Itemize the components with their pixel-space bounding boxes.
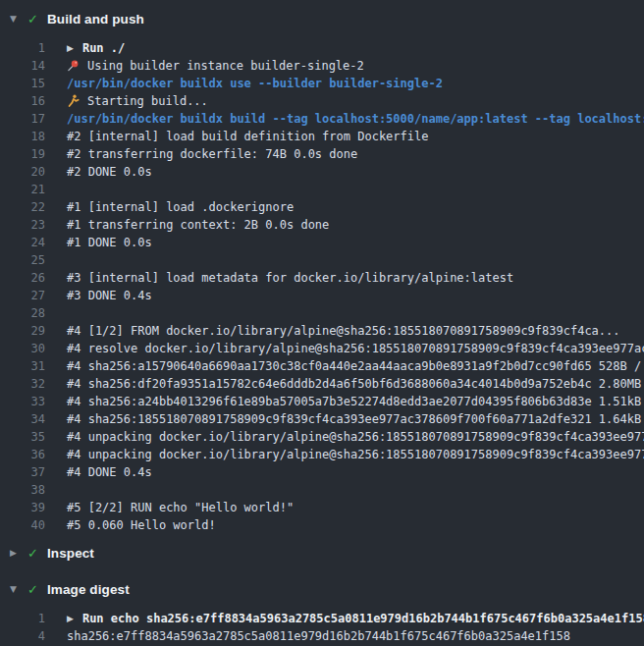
line-number[interactable]: 35 — [0, 428, 45, 446]
log-line: 1 ▶Run echo sha256:e7ff8834a5963a2785c5a… — [0, 610, 644, 627]
log-line: 19 #2 transferring dockerfile: 74B 0.0s … — [0, 145, 644, 163]
log-line: 32 #4 sha256:df20fa9351a15782c64e6dddb2d… — [0, 375, 644, 393]
line-number[interactable]: 28 — [0, 304, 45, 322]
log-line: 25 — [0, 251, 644, 269]
section-title: Image digest — [47, 582, 130, 597]
line-text: #4 unpacking docker.io/library/alpine@sh… — [67, 428, 644, 446]
line-number[interactable]: 31 — [0, 357, 45, 375]
log-line: 24 #1 DONE 0.0s — [0, 234, 644, 251]
line-number[interactable]: 16 — [0, 92, 45, 110]
line-message: Starting build... — [87, 94, 208, 108]
line-number[interactable]: 18 — [0, 128, 45, 145]
line-text: #3 DONE 0.4s — [67, 287, 152, 304]
log-line: 29 #4 [1/2] FROM docker.io/library/alpin… — [0, 322, 644, 340]
line-number[interactable]: 32 — [0, 375, 45, 393]
line-text: sha256:e7ff8834a5963a2785c5a0811e979d16b… — [67, 627, 570, 645]
log-line: 1 ▶Run ./ — [0, 39, 644, 57]
log-line: 14 Using builder instance builder-single… — [0, 57, 644, 75]
log-line: 15 /usr/bin/docker buildx use --builder … — [0, 75, 644, 92]
line-text: Starting build... — [67, 92, 208, 110]
log-line: 38 — [0, 481, 644, 499]
line-number[interactable]: 33 — [0, 393, 45, 410]
line-text: #1 [internal] load .dockerignore — [67, 198, 294, 216]
log-line: 33 #4 sha256:a24bb4013296f61e89ba57005a7… — [0, 393, 644, 410]
section-header[interactable]: ▶ ✓ Inspect — [0, 542, 644, 564]
line-text: #4 sha256:a24bb4013296f61e89ba57005a7b3e… — [67, 393, 644, 410]
line-number[interactable]: 23 — [0, 216, 45, 234]
line-text: #1 DONE 0.0s — [67, 234, 152, 251]
line-text: /usr/bin/docker buildx build --tag local… — [67, 110, 644, 128]
section-header[interactable]: ▼ ✓ Build and push — [0, 8, 644, 29]
line-text: ▶Run echo sha256:e7ff8834a5963a2785c5a08… — [67, 610, 644, 627]
line-text: #5 [2/2] RUN echo "Hello world!" — [67, 499, 294, 516]
log-lines: 1 ▶Run ./ 14 Using builder instance buil… — [0, 29, 644, 542]
line-text: #2 DONE 0.0s — [67, 163, 152, 181]
log-line: 36 #4 unpacking docker.io/library/alpine… — [0, 446, 644, 463]
pushpin-icon — [67, 59, 80, 72]
line-number[interactable]: 37 — [0, 463, 45, 481]
log-line: 27 #3 DONE 0.4s — [0, 287, 644, 304]
line-number[interactable]: 21 — [0, 181, 45, 198]
expand-run-icon[interactable]: ▶ — [67, 39, 74, 57]
log-line: 23 #1 transferring context: 2B 0.0s done — [0, 216, 644, 234]
line-text: #4 resolve docker.io/library/alpine@sha2… — [67, 340, 644, 357]
line-number[interactable]: 24 — [0, 234, 45, 251]
log-lines: 1 ▶Run echo sha256:e7ff8834a5963a2785c5a… — [0, 600, 644, 646]
line-number[interactable]: 29 — [0, 322, 45, 340]
line-number[interactable]: 36 — [0, 446, 45, 463]
line-number[interactable]: 26 — [0, 269, 45, 287]
log-line: 28 — [0, 304, 644, 322]
line-number[interactable]: 40 — [0, 516, 45, 534]
line-text: #4 sha256:185518070891758909c9f839cf4ca3… — [67, 410, 644, 428]
line-text: #2 [internal] load build definition from… — [67, 128, 428, 145]
line-number[interactable]: 15 — [0, 75, 45, 92]
log-line: 16 Starting build... — [0, 92, 644, 110]
section-header[interactable]: ▼ ✓ Image digest — [0, 578, 644, 600]
log-line: 17 /usr/bin/docker buildx build --tag lo… — [0, 110, 644, 128]
line-text: #2 transferring dockerfile: 74B 0.0s don… — [67, 145, 357, 163]
line-number[interactable]: 30 — [0, 340, 45, 357]
section-title: Inspect — [47, 546, 94, 561]
log-section-build-and-push: ▼ ✓ Build and push 1 ▶Run ./ 14 Using bu… — [0, 8, 644, 542]
line-text: #4 DONE 0.4s — [67, 463, 152, 481]
chevron-right-icon[interactable]: ▶ — [10, 548, 27, 558]
line-number[interactable]: 27 — [0, 287, 45, 304]
log-line: 37 #4 DONE 0.4s — [0, 463, 644, 481]
log-section-inspect: ▶ ✓ Inspect — [0, 542, 644, 564]
line-number[interactable]: 14 — [0, 57, 45, 75]
line-number[interactable]: 25 — [0, 251, 45, 269]
chevron-down-icon[interactable]: ▼ — [10, 14, 27, 24]
success-check-icon: ✓ — [27, 582, 47, 597]
log-line: 39 #5 [2/2] RUN echo "Hello world!" — [0, 499, 644, 516]
line-number[interactable]: 34 — [0, 410, 45, 428]
line-number[interactable]: 4 — [0, 627, 45, 645]
line-text: #4 sha256:a15790640a6690aa1730c38cf0a440… — [67, 357, 644, 375]
log-line: 26 #3 [internal] load metadata for docke… — [0, 269, 644, 287]
line-text: #4 [1/2] FROM docker.io/library/alpine@s… — [67, 322, 620, 340]
line-number[interactable]: 1 — [0, 39, 45, 57]
expand-run-icon[interactable]: ▶ — [67, 610, 74, 627]
log-line: 31 #4 sha256:a15790640a6690aa1730c38cf0a… — [0, 357, 644, 375]
run-command-text: Run echo sha256:e7ff8834a5963a2785c5a081… — [82, 612, 644, 625]
line-number[interactable]: 17 — [0, 110, 45, 128]
line-text: #4 sha256:df20fa9351a15782c64e6dddb2d4a6… — [67, 375, 644, 393]
chevron-down-icon[interactable]: ▼ — [10, 584, 27, 594]
line-text: ▶Run ./ — [67, 39, 125, 57]
line-number[interactable]: 19 — [0, 145, 45, 163]
line-text: #4 unpacking docker.io/library/alpine@sh… — [67, 446, 644, 463]
success-check-icon: ✓ — [27, 12, 47, 27]
line-text: Using builder instance builder-single-2 — [67, 57, 364, 75]
line-text: #1 transferring context: 2B 0.0s done — [67, 216, 329, 234]
line-number[interactable]: 1 — [0, 610, 45, 627]
line-number[interactable]: 20 — [0, 163, 45, 181]
line-text: /usr/bin/docker buildx use --builder bui… — [67, 75, 443, 92]
success-check-icon: ✓ — [27, 546, 47, 561]
actions-log: ▼ ✓ Build and push 1 ▶Run ./ 14 Using bu… — [0, 0, 644, 646]
line-number[interactable]: 39 — [0, 499, 45, 516]
section-title: Build and push — [47, 12, 144, 27]
log-line: 21 — [0, 181, 644, 198]
runner-icon — [67, 94, 80, 107]
run-command-text: Run ./ — [82, 41, 125, 55]
line-number[interactable]: 22 — [0, 198, 45, 216]
line-number[interactable]: 38 — [0, 481, 45, 499]
